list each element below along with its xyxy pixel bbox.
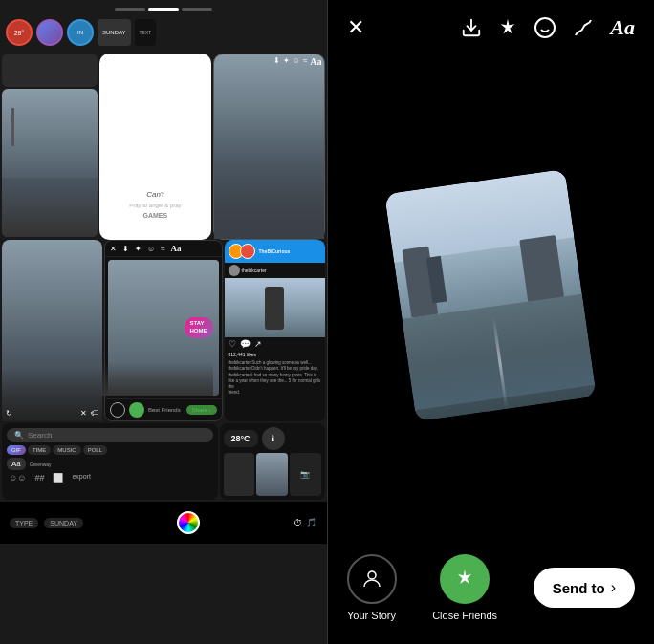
instagram-post-card: TheBiCurious thebikcarter ♡ 💬 ↗ 812,441 … (225, 240, 325, 421)
post-avatar-2 (240, 244, 255, 259)
edit-main-canvas[interactable]: ✕ ⬇ ✦ ☺ ≈ Aa STAYHOME Best Friends Share… (104, 240, 223, 421)
bottom-label-type: TYPE (10, 518, 38, 528)
color-wheel[interactable] (177, 511, 200, 534)
temp-badge: 28°C (224, 430, 258, 447)
canvas-tool-face[interactable]: ☺ (147, 245, 155, 253)
camera-thumb-1[interactable] (224, 453, 255, 496)
share-bar: Your Story Close Friends Send to › (328, 543, 655, 644)
post-actions: ♡ 💬 ↗ (225, 337, 325, 351)
close-friends-label: Close Friends (432, 610, 497, 621)
your-story-option[interactable]: Your Story (347, 554, 397, 621)
canvas-tool-aa[interactable]: Aa (171, 244, 182, 253)
download-button[interactable] (461, 17, 482, 38)
canvas-tool-draw[interactable]: ≈ (161, 245, 164, 253)
likes-count: 812,441 likes (225, 351, 325, 358)
white-card-text: Can't Pray to angel & pray GAMES (129, 189, 181, 221)
avatar-sticker-2 (36, 19, 63, 46)
thumb-road-left[interactable] (2, 89, 98, 237)
sticker-poll[interactable]: POLL (83, 445, 107, 455)
avatar-sticker-1: 28° (6, 19, 33, 46)
tool-hash[interactable]: ## (34, 473, 44, 483)
text-button[interactable]: Aa (610, 15, 635, 40)
edit-icon-download[interactable]: ⬇ (273, 56, 280, 67)
sticker-music[interactable]: MUSIC (53, 445, 80, 455)
sticker-gif[interactable]: GIF (7, 445, 26, 455)
post-image (225, 278, 325, 337)
bottom-label-sunday: SUNDAY (44, 518, 83, 528)
bottom-tools: ⏱ 🎵 (294, 518, 316, 527)
sticker-aa-label: Greenway (28, 458, 52, 470)
post-username: thebikcarter (242, 268, 267, 273)
nav-dot-3 (182, 8, 212, 11)
tool-layer[interactable]: export (72, 473, 90, 483)
close-friends-option[interactable]: Close Friends (432, 554, 497, 621)
right-tools-area: 28°C 🌡 📷 (220, 423, 325, 500)
post-header-text: TheBiCurious (259, 248, 291, 254)
send-to-button[interactable]: Send to › (534, 568, 635, 608)
thumb-mini-top[interactable] (2, 54, 98, 87)
tool-audio[interactable]: 🎵 (306, 518, 316, 527)
avatar-sticker-3: IN (67, 19, 94, 46)
svg-point-1 (535, 18, 555, 37)
share-label: Best Friends (148, 407, 183, 413)
toolbar-right-icons: Aa (461, 15, 635, 40)
post-person (265, 287, 284, 330)
text-sticker: TEXT (135, 19, 157, 46)
story-icon-sm (110, 402, 125, 418)
post-caption: thebikcarter Such a glowing scene as wel… (225, 358, 325, 421)
search-placeholder: Search (28, 431, 52, 440)
canvas-tool-sparkle[interactable]: ✦ (135, 245, 142, 253)
camera-btn[interactable]: 📷 (290, 453, 321, 496)
photo-card-inner (384, 169, 597, 421)
tool-timer[interactable]: ⏱ (294, 518, 302, 527)
like-icon[interactable]: ♡ (229, 339, 236, 349)
search-icon: 🔍 (14, 431, 24, 440)
sticker-aa[interactable]: Aa (7, 458, 26, 470)
add-element-button[interactable] (497, 17, 518, 38)
sticker-search[interactable]: 🔍 Search (7, 428, 213, 442)
white-card-thumb[interactable]: Can't Pray to angel & pray GAMES (99, 54, 211, 240)
left-bottom-bar: TYPE SUNDAY ⏱ 🎵 (0, 502, 327, 544)
sticker-tools-panel: 🔍 Search GIF TIME MUSIC POLL Aa Greenway… (2, 423, 218, 500)
temp-icon: 🌡 (262, 427, 285, 450)
sticker-time[interactable]: TIME (28, 445, 51, 455)
nav-dot-1 (115, 8, 145, 11)
svg-point-4 (368, 571, 376, 579)
canvas-tool-download[interactable]: ⬇ (122, 245, 129, 253)
comment-icon[interactable]: 💬 (240, 339, 251, 349)
left-panel: 28° IN SUNDAY TEXT Can't Pray to angel &… (0, 0, 327, 644)
your-story-circle (347, 554, 397, 604)
draw-button[interactable] (572, 16, 595, 39)
your-story-label: Your Story (347, 610, 396, 621)
right-toolbar: ✕ (328, 0, 655, 48)
nav-dot-2 (148, 8, 179, 11)
close-button[interactable]: ✕ (347, 15, 364, 40)
share-icon[interactable]: ↗ (254, 339, 262, 349)
send-chevron-icon: › (611, 579, 616, 596)
story-photo-card (384, 169, 597, 421)
sunday-badge: SUNDAY (98, 19, 131, 46)
edit-icon-face[interactable]: ☺ (293, 56, 300, 67)
edit-icon-sparkle[interactable]: ✦ (283, 56, 290, 67)
edit-icon-draw[interactable]: ≈ (303, 56, 307, 67)
post-user-avatar (229, 265, 240, 276)
close-friends-circle (440, 554, 490, 604)
nav-dots (115, 8, 212, 11)
tool-smiley[interactable]: ☺☺ (9, 473, 26, 483)
right-panel: ✕ (328, 0, 655, 644)
tool-menu[interactable]: ⬜ (53, 473, 63, 483)
send-to-text: Send to (553, 580, 605, 596)
edit-left-preview[interactable]: ↻ 🏷 ✕ (2, 240, 102, 421)
camera-thumb-2[interactable] (256, 453, 288, 496)
thumb-road-main[interactable]: ⬇ ✦ ☺ ≈ Aa (213, 54, 325, 240)
edit-icon-aa[interactable]: Aa (310, 56, 321, 67)
friends-icon-sm (129, 402, 144, 418)
stay-home-sticker: STAYHOME (185, 317, 213, 338)
story-canvas (328, 48, 655, 543)
sticker-button[interactable] (534, 16, 556, 39)
share-btn-sm[interactable]: Share › (186, 405, 217, 415)
canvas-tool-close[interactable]: ✕ (110, 245, 117, 253)
